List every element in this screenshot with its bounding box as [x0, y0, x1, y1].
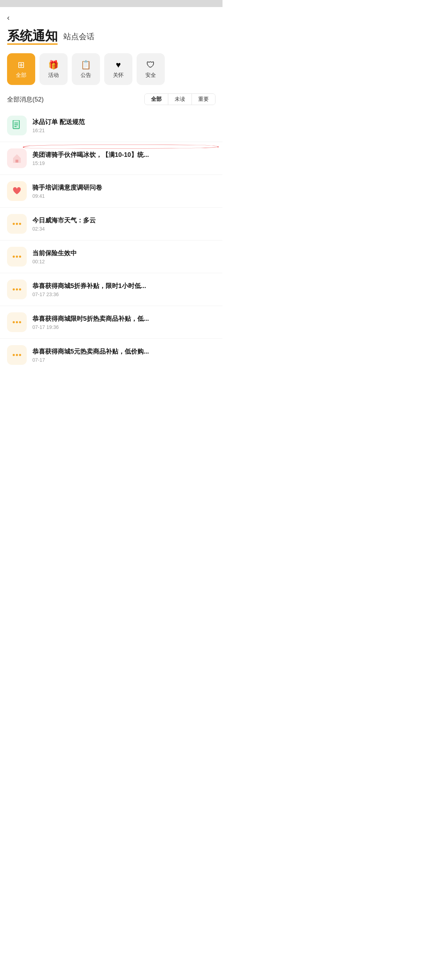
message-title: 美团请骑手伙伴喝冰饮，【满10-10】统... — [32, 151, 215, 159]
message-title: 当前保险生效中 — [32, 249, 215, 257]
message-time: 09:41 — [32, 193, 215, 199]
message-avatar — [7, 280, 27, 299]
notice-icon: 📋 — [81, 60, 91, 70]
message-title: 恭喜获得商城限时5折热卖商品补贴，低... — [32, 315, 215, 323]
back-button[interactable]: ‹ — [0, 7, 17, 25]
message-avatar — [7, 116, 27, 135]
category-tab-safety[interactable]: 🛡安全 — [136, 53, 165, 85]
message-list: 冰品订单 配送规范16:21 美团请骑手伙伴喝冰饮，【满10-10】统...15… — [0, 109, 223, 385]
header-title: 系统通知 — [7, 28, 58, 43]
message-title: 恭喜获得商城5折券补贴，限时1小时低... — [32, 282, 215, 290]
notice-label: 公告 — [81, 72, 91, 79]
message-time: 16:21 — [32, 127, 215, 133]
message-content: 恭喜获得商城限时5折热卖商品补贴，低...07-17 19:36 — [32, 315, 215, 330]
message-avatar — [7, 148, 27, 168]
category-tab-activity[interactable]: 🎁活动 — [40, 53, 68, 85]
activity-icon: 🎁 — [48, 60, 59, 70]
filter-btn-2[interactable]: 重要 — [192, 94, 215, 105]
message-title: 今日威海市天气：多云 — [32, 216, 215, 224]
activity-label: 活动 — [48, 72, 59, 79]
all-icon: ⊞ — [17, 60, 25, 70]
message-content: 恭喜获得商城5元热卖商品补贴，低价购...07-17 — [32, 347, 215, 363]
message-count-bar: 全部消息(52) 全部未读重要 — [0, 91, 223, 109]
care-label: 关怀 — [113, 72, 124, 79]
category-tab-care[interactable]: ♥关怀 — [104, 53, 132, 85]
filter-btn-0[interactable]: 全部 — [145, 94, 168, 105]
category-tabs: ⊞全部🎁活动📋公告♥关怀🛡安全 — [0, 49, 223, 91]
message-title: 恭喜获得商城5元热卖商品补贴，低价购... — [32, 347, 215, 356]
header-subtitle[interactable]: 站点会话 — [63, 31, 94, 42]
message-title: 骑手培训满意度调研问卷 — [32, 183, 215, 192]
message-item[interactable]: 冰品订单 配送规范16:21 — [0, 109, 223, 142]
category-tab-all[interactable]: ⊞全部 — [7, 53, 35, 85]
message-avatar — [7, 181, 27, 201]
message-item[interactable]: 恭喜获得商城限时5折热卖商品补贴，低...07-17 19:36 — [0, 306, 223, 339]
message-time: 15:19 — [32, 161, 215, 166]
message-content: 今日威海市天气：多云02:34 — [32, 216, 215, 232]
status-bar — [0, 0, 223, 7]
message-item[interactable]: 恭喜获得商城5折券补贴，限时1小时低...07-17 23:36 — [0, 273, 223, 306]
message-time: 00:12 — [32, 259, 215, 264]
message-item[interactable]: 今日威海市天气：多云02:34 — [0, 208, 223, 240]
message-avatar — [7, 214, 27, 234]
safety-icon: 🛡 — [146, 60, 155, 70]
message-time: 07-17 19:36 — [32, 324, 215, 330]
message-time: 07-17 — [32, 357, 215, 363]
care-icon: ♥ — [116, 60, 121, 70]
message-content: 恭喜获得商城5折券补贴，限时1小时低...07-17 23:36 — [32, 282, 215, 297]
message-item[interactable]: 恭喜获得商城5元热卖商品补贴，低价购...07-17 — [0, 339, 223, 371]
message-content: 美团请骑手伙伴喝冰饮，【满10-10】统...15:19 — [32, 151, 215, 166]
title-underline — [7, 43, 58, 45]
message-count: 全部消息(52) — [7, 95, 44, 103]
header: 系统通知 站点会话 — [0, 25, 223, 49]
message-content: 冰品订单 配送规范16:21 — [32, 118, 215, 133]
category-tab-notice[interactable]: 📋公告 — [72, 53, 100, 85]
message-time: 02:34 — [32, 226, 215, 232]
header-title-text: 系统通知 — [7, 29, 58, 43]
back-icon: ‹ — [7, 13, 10, 22]
message-content: 骑手培训满意度调研问卷09:41 — [32, 183, 215, 199]
message-avatar — [7, 312, 27, 332]
safety-label: 安全 — [146, 72, 156, 79]
message-item[interactable]: 当前保险生效中00:12 — [0, 240, 223, 273]
message-time: 07-17 23:36 — [32, 291, 215, 297]
message-avatar — [7, 345, 27, 365]
svg-rect-5 — [16, 160, 18, 162]
message-item[interactable]: 美团请骑手伙伴喝冰饮，【满10-10】统...15:19 — [0, 142, 223, 175]
message-title: 冰品订单 配送规范 — [32, 118, 215, 126]
filter-buttons: 全部未读重要 — [144, 94, 215, 105]
message-avatar — [7, 247, 27, 267]
filter-btn-1[interactable]: 未读 — [168, 94, 192, 105]
message-item[interactable]: 骑手培训满意度调研问卷09:41 — [0, 175, 223, 208]
all-label: 全部 — [16, 72, 26, 79]
messages-wrapper: 冰品订单 配送规范16:21 美团请骑手伙伴喝冰饮，【满10-10】统...15… — [0, 109, 223, 385]
message-content: 当前保险生效中00:12 — [32, 249, 215, 264]
